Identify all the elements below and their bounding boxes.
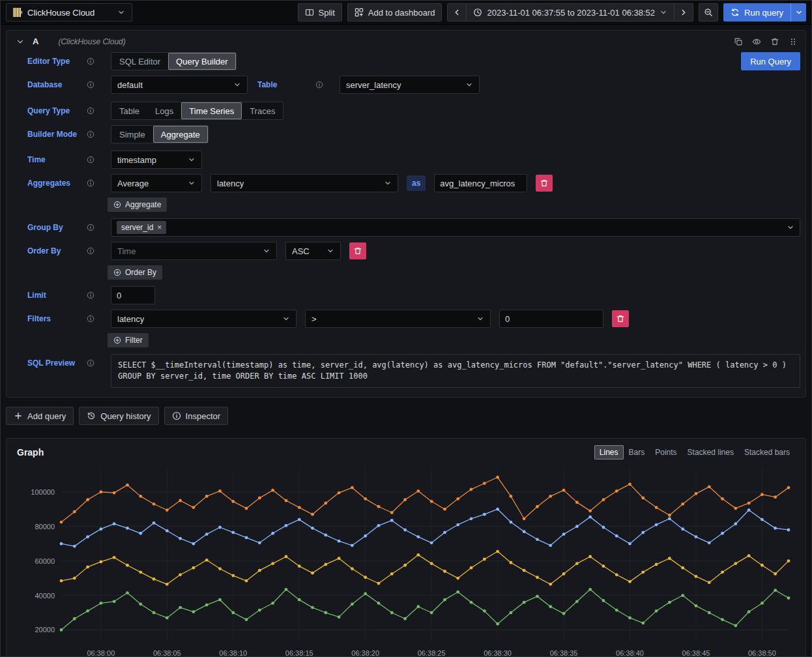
query-type-logs[interactable]: Logs	[147, 102, 181, 119]
editor-type-sql-editor[interactable]: SQL Editor	[111, 53, 168, 70]
graph-mode-lines[interactable]: Lines	[594, 445, 624, 460]
chart-canvas[interactable]: 06:38:0006:38:0506:38:1006:38:1506:38:20…	[14, 462, 798, 657]
svg-text:40000: 40000	[35, 592, 55, 600]
add-query-button[interactable]: Add query	[6, 407, 74, 425]
search-minus-icon	[704, 8, 713, 17]
graph-mode-bars[interactable]: Bars	[624, 445, 650, 460]
info-icon[interactable]	[87, 81, 94, 89]
add-filter-button[interactable]: Filter	[108, 333, 149, 347]
info-icon[interactable]	[87, 247, 94, 255]
svg-text:80000: 80000	[35, 523, 55, 531]
run-query-toolbar: Run query	[723, 3, 806, 22]
info-icon[interactable]	[87, 179, 94, 187]
trash-icon	[770, 37, 779, 46]
add-to-dashboard-button[interactable]: Add to dashboard	[347, 3, 442, 22]
plus-circle-icon	[113, 201, 121, 209]
aggregate-function-select[interactable]: Average	[111, 174, 202, 192]
info-icon[interactable]	[87, 107, 94, 115]
query-type-label: Query Type	[27, 106, 70, 115]
chevron-down-icon	[787, 224, 794, 231]
table-select[interactable]: server_latency	[340, 76, 480, 94]
zoom-out-time-button[interactable]	[699, 3, 718, 22]
graph-mode-stacked-bars[interactable]: Stacked bars	[739, 445, 795, 460]
trash-icon	[353, 246, 362, 256]
aggregate-alias-input[interactable]	[434, 174, 527, 192]
svg-text:06:38:30: 06:38:30	[484, 649, 512, 657]
filters-label: Filters	[27, 314, 51, 323]
remove-filter-button[interactable]	[612, 310, 629, 327]
svg-text:06:38:10: 06:38:10	[219, 649, 247, 657]
info-icon[interactable]	[87, 291, 94, 299]
timeseries-chart[interactable]: 06:38:0006:38:0506:38:1006:38:1506:38:20…	[14, 462, 798, 657]
add-order-by-button[interactable]: Order By	[108, 265, 162, 280]
split-button[interactable]: Split	[298, 3, 342, 22]
time-range-button[interactable]: 2023-11-01 06:37:55 to 2023-11-01 06:38:…	[466, 3, 674, 22]
info-icon[interactable]	[87, 156, 94, 164]
time-column-select[interactable]: timestamp	[111, 151, 202, 169]
query-history-button[interactable]: Query history	[79, 407, 158, 425]
info-icon[interactable]	[315, 81, 323, 89]
group-by-tag[interactable]: server_id ×	[117, 221, 166, 234]
info-icon[interactable]	[87, 224, 94, 231]
datasource-picker[interactable]: ClickHouse Cloud	[6, 3, 132, 22]
svg-text:06:38:45: 06:38:45	[682, 649, 710, 657]
aggregate-column-select[interactable]: latency	[210, 174, 398, 192]
filter-operator-select[interactable]: >	[305, 310, 491, 328]
add-aggregate-button[interactable]: Aggregate	[108, 197, 167, 212]
aggregate-column-value: latency	[217, 179, 244, 188]
query-type-table[interactable]: Table	[111, 102, 147, 119]
remove-aggregate-button[interactable]	[536, 175, 553, 192]
trash-icon	[540, 179, 549, 188]
eye-icon	[752, 37, 761, 46]
alias-as-chip[interactable]: as	[407, 175, 426, 191]
graph-panel-header: Graph Lines Bars Points Stacked lines St…	[17, 445, 795, 460]
run-query-editor-button[interactable]: Run Query	[741, 52, 800, 70]
add-query-label: Add query	[27, 411, 66, 421]
info-icon[interactable]	[87, 57, 94, 65]
builder-mode-aggregate[interactable]: Aggregate	[153, 126, 208, 143]
inspector-label: Inspector	[186, 411, 220, 421]
drag-query-handle[interactable]	[789, 37, 798, 46]
graph-mode-stacked-lines[interactable]: Stacked lines	[682, 445, 739, 460]
inspector-button[interactable]: Inspector	[164, 407, 228, 425]
editor-type-label: Editor Type	[27, 57, 70, 66]
query-type-traces[interactable]: Traces	[242, 102, 283, 119]
plus-circle-icon	[113, 336, 121, 344]
chevron-down-icon	[465, 81, 473, 89]
split-label: Split	[319, 8, 335, 18]
remove-tag-icon[interactable]: ×	[157, 223, 162, 232]
order-by-direction-select[interactable]: ASC	[285, 242, 341, 260]
svg-text:06:38:35: 06:38:35	[550, 649, 578, 657]
database-label: Database	[27, 80, 62, 89]
duplicate-query-button[interactable]	[734, 37, 743, 46]
time-shift-forward-button[interactable]	[674, 3, 693, 22]
chevron-down-icon	[282, 315, 290, 323]
builder-mode-simple[interactable]: Simple	[111, 126, 153, 143]
toggle-query-visibility-button[interactable]	[752, 37, 761, 46]
database-select[interactable]: default	[111, 76, 248, 94]
svg-text:20000: 20000	[35, 626, 55, 634]
filter-column-select[interactable]: latency	[111, 310, 297, 328]
remove-order-by-button[interactable]	[349, 242, 366, 259]
group-by-multiselect[interactable]: server_id ×	[111, 218, 800, 237]
filter-value-input[interactable]	[499, 310, 603, 328]
graph-mode-points[interactable]: Points	[650, 445, 682, 460]
graph-panel: Graph Lines Bars Points Stacked lines St…	[6, 438, 806, 657]
collapse-query-button[interactable]	[16, 37, 25, 46]
query-header-actions	[734, 37, 798, 46]
info-icon[interactable]	[87, 359, 94, 367]
run-query-interval-dropdown[interactable]	[790, 3, 806, 22]
info-icon[interactable]	[87, 130, 94, 138]
remove-query-button[interactable]	[770, 37, 779, 46]
query-editor-panel: A (ClickHouse Cloud) Editor Type SQL Edi…	[6, 30, 806, 398]
run-query-button[interactable]: Run query	[723, 3, 790, 22]
order-by-field-select[interactable]: Time	[111, 242, 277, 260]
editor-type-query-builder[interactable]: Query Builder	[168, 53, 235, 70]
limit-input[interactable]	[111, 286, 155, 304]
query-type-time-series[interactable]: Time Series	[181, 102, 242, 119]
time-shift-back-button[interactable]	[447, 3, 467, 22]
svg-text:06:38:50: 06:38:50	[748, 649, 776, 657]
time-column-value: timestamp	[117, 155, 156, 165]
split-icon	[305, 8, 314, 17]
info-icon[interactable]	[87, 315, 94, 323]
